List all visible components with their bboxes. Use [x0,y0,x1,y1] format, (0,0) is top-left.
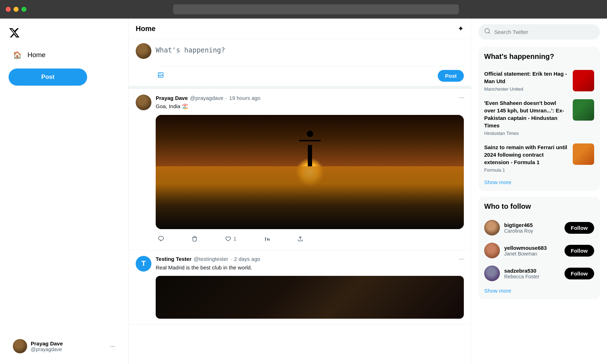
tweet-2-header-left: Testing Tester @testingtester · 2 days a… [156,256,260,262]
who-to-follow-show-more[interactable]: Show more [484,285,594,294]
sidebar: 🏠 Home Post Prayag Dave @prayagdave ··· [0,19,129,364]
follow-item-2-avatar [484,243,500,258]
close-button[interactable] [6,7,11,12]
silhouette-body [308,145,312,166]
traffic-lights [6,7,26,12]
tweet-1-actions: 1 [156,233,306,244]
feed-title: Home [136,25,156,33]
right-sidebar: What's happenning? Official statement: E… [471,19,607,364]
sidebar-user-info: Prayag Dave @prayagdave [31,340,106,352]
tweet-1-reply-action[interactable] [156,233,166,244]
tweet-2-avatar: T [136,256,151,272]
compose-textarea[interactable] [156,43,464,65]
tweet-2-more[interactable]: ··· [459,256,464,262]
tweet-1-header-left: Prayag Dave @prayagdave · 19 hours ago [156,95,260,101]
maximize-button[interactable] [21,7,26,12]
follow-item-2-info: yellowmouse683 Janet Bowman [504,245,560,257]
follow-item-1-info: bigtiger465 Carolina Roy [504,222,560,234]
silhouette-arms [299,140,321,141]
follow-item-3: sadzebra530 Rebecca Foster Follow [484,262,594,285]
sidebar-item-home-label: Home [27,51,46,59]
who-to-follow-title: Who to follow [484,202,594,211]
app: 🏠 Home Post Prayag Dave @prayagdave ··· … [0,19,607,364]
water-reflection [156,166,464,229]
follow-item-1: bigtiger465 Carolina Roy Follow [484,216,594,239]
trending-show-more[interactable]: Show more [484,176,594,185]
trending-item-2-source: Hindustan Times [484,131,568,136]
sidebar-user-more-icon[interactable]: ··· [110,343,115,350]
tweet-1-avatar [136,95,151,110]
tweet-1-likes-count: 1 [234,236,236,242]
search-box[interactable] [478,24,600,40]
trending-item-2-text: 'Even Shaheen doesn't bowl over 145 kph,… [484,99,568,136]
tweet-1-text: Goa, India 🏖️ [156,102,464,111]
x-logo[interactable] [9,26,23,40]
tweet-1-like-action[interactable]: 1 [223,233,239,244]
feed-header: Home ✦ [129,19,471,39]
tweet-2-body: Testing Tester @testingtester · 2 days a… [156,256,464,319]
compose-actions [156,70,166,82]
trending-item-2[interactable]: 'Even Shaheen doesn't bowl over 145 kph,… [484,96,594,140]
follow-item-3-display-name: Rebecca Foster [504,274,560,279]
tweet-2-name: Testing Tester [156,256,191,262]
tweet-1-image [156,115,464,229]
tweet-2-time: 2 days ago [234,256,260,262]
trending-item-1-source: Manchester United [484,86,568,92]
trending-card: What's happenning? Official statement: E… [478,47,600,191]
sidebar-user-avatar [13,339,27,353]
home-icon: 🏠 [13,51,22,59]
follow-item-1-display-name: Carolina Roy [504,228,560,234]
sidebar-user-handle: @prayagdave [31,347,106,352]
tweet-2: T Testing Tester @testingtester · 2 days… [129,250,471,325]
trending-item-3[interactable]: Sainz to remain with Ferrari until 2024 … [484,140,594,176]
trending-item-2-thumbnail [573,99,594,121]
tweet-2-dot: · [230,256,232,262]
sparkle-icon[interactable]: ✦ [458,24,464,33]
trending-item-1-thumbnail [573,70,594,91]
search-icon [484,28,491,36]
trending-item-3-thumbnail [573,143,594,165]
tweet-1-more[interactable]: ··· [459,95,464,101]
follow-item-3-info: sadzebra530 Rebecca Foster [504,268,560,279]
titlebar [0,0,607,19]
tweet-2-text: Real Madrid is the best club in the worl… [156,264,464,272]
sidebar-user-name: Prayag Dave [31,340,106,347]
compose-bottom: Post [156,66,464,82]
sidebar-user[interactable]: Prayag Dave @prayagdave ··· [9,335,120,357]
follow-item-1-username: bigtiger465 [504,222,560,228]
follow-item-3-username: sadzebra530 [504,268,560,274]
trending-title: What's happenning? [484,52,594,61]
silhouette-head [307,131,313,137]
follow-button-3[interactable]: Follow [565,268,595,279]
search-input[interactable] [494,29,594,35]
compose-right: Post [156,43,464,82]
tweet-1-share-action[interactable] [295,233,306,244]
compose-image-button[interactable] [156,70,166,82]
tweet-1-header: Prayag Dave @prayagdave · 19 hours ago ·… [156,95,464,101]
post-button[interactable]: Post [9,69,87,86]
trending-item-3-headline: Sainz to remain with Ferrari until 2024 … [484,143,568,166]
trending-item-3-source: Formula 1 [484,167,568,173]
tweet-1-body: Prayag Dave @prayagdave · 19 hours ago ·… [156,95,464,244]
who-to-follow-card: Who to follow bigtiger465 Carolina Roy F… [478,197,600,299]
tweet-1-image-bg [156,115,464,229]
compose-post-button[interactable]: Post [438,70,464,82]
sidebar-item-home[interactable]: 🏠 Home [9,47,120,63]
tweet-2-header: Testing Tester @testingtester · 2 days a… [156,256,464,262]
main-feed: Home ✦ Post [129,19,471,364]
follow-button-1[interactable]: Follow [565,222,595,234]
trending-item-1[interactable]: Official statement: Erik ten Hag - Man U… [484,66,594,96]
compose-box: Post [129,39,471,89]
minimize-button[interactable] [14,7,19,12]
follow-button-2[interactable]: Follow [565,245,595,257]
silhouette [299,131,321,166]
trending-item-1-headline: Official statement: Erik ten Hag - Man U… [484,70,568,85]
trending-item-3-text: Sainz to remain with Ferrari until 2024 … [484,143,568,173]
trending-item-1-text: Official statement: Erik ten Hag - Man U… [484,70,568,92]
follow-item-3-avatar [484,266,500,281]
follow-item-2-display-name: Janet Bowman [504,251,560,257]
tweet-1-delete-action[interactable] [189,233,200,244]
tweet-1-analytics-action[interactable] [261,233,272,244]
url-bar[interactable] [173,4,459,14]
compose-avatar [136,43,151,59]
